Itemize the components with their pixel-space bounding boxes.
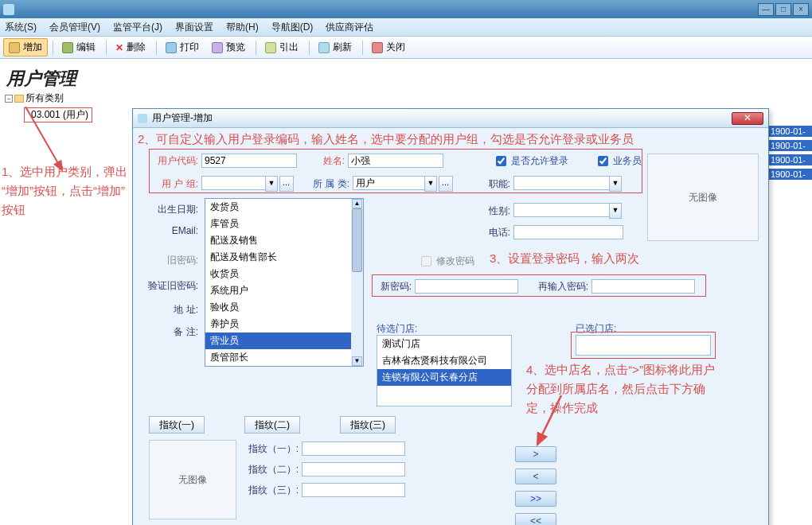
- fingerprint-2-button[interactable]: 指纹(二): [244, 416, 300, 434]
- option[interactable]: 验收员: [205, 299, 363, 316]
- collapse-icon[interactable]: −: [5, 95, 13, 103]
- category-browse[interactable]: …: [439, 176, 453, 192]
- allow-login-checkbox[interactable]: 是否允许登录: [493, 154, 568, 169]
- pending-store-list[interactable]: 测试门店 吉林省杰贤科技有限公司 连锁有限公司长春分店: [377, 335, 512, 406]
- edit-icon: [62, 42, 73, 53]
- scroll-up-icon[interactable]: ▲: [352, 199, 362, 208]
- add-icon: [9, 42, 20, 53]
- menu-system[interactable]: 系统(S): [5, 21, 37, 34]
- date-cell: 1900-01-: [768, 154, 812, 165]
- dialog-title: 用户管理-增加: [152, 111, 213, 125]
- list-item[interactable]: 吉林省杰贤科技有限公司: [377, 352, 511, 369]
- gender-combo[interactable]: [513, 203, 609, 217]
- user-group-dropdown[interactable]: 发货员 库管员 配送及销售 配送及销售部长 收货员 系统用户 验收员 养护员 营…: [205, 198, 364, 367]
- date-column: 1900-01- 1900-01- 1900-01- 1900-01-: [768, 122, 812, 183]
- annotation-1: 1、选中用户类别，弹出“增加”按钮，点击“增加”按钮: [2, 162, 133, 220]
- close-icon: [372, 42, 383, 53]
- position-combo[interactable]: [513, 176, 609, 190]
- option[interactable]: 发货员: [205, 199, 363, 216]
- annotation-2: 2、可自定义输入用户登录编码，输入姓名，选中要分配的用户组，勾选是否允许登录或业…: [138, 130, 634, 149]
- date-cell: 1900-01-: [768, 140, 812, 151]
- move-right-button[interactable]: >: [515, 446, 556, 462]
- close-button[interactable]: ×: [793, 3, 809, 16]
- date-cell: 1900-01-: [768, 126, 812, 137]
- fp3-input[interactable]: [302, 483, 405, 497]
- fp2-input[interactable]: [302, 462, 405, 476]
- chevron-down-icon[interactable]: ▼: [609, 176, 622, 192]
- menu-member[interactable]: 会员管理(V): [49, 21, 100, 34]
- option[interactable]: 配送及销售: [205, 232, 363, 249]
- tree-root-label: 所有类别: [25, 91, 64, 105]
- print-button[interactable]: 打印: [160, 38, 205, 56]
- salesman-checkbox[interactable]: 业务员: [595, 154, 642, 169]
- dialog-close-button[interactable]: ✕: [732, 112, 763, 125]
- chevron-down-icon[interactable]: ▼: [265, 176, 278, 192]
- label-fp2v: 指纹（二）:: [244, 463, 299, 476]
- export-icon: [265, 42, 276, 53]
- scrollbar[interactable]: ▲ ▼: [351, 199, 363, 366]
- list-item-selected[interactable]: 连锁有限公司长春分店: [377, 369, 511, 386]
- option[interactable]: 收货员: [205, 266, 363, 282]
- add-button[interactable]: 增加: [3, 38, 48, 56]
- preview-button[interactable]: 预览: [206, 38, 251, 56]
- option[interactable]: 系统用户: [205, 282, 363, 299]
- phone-input[interactable]: [513, 225, 623, 239]
- titlebar: — □ ×: [0, 0, 812, 18]
- option[interactable]: 养护员: [205, 316, 363, 332]
- option[interactable]: 配送及销售部长: [205, 249, 363, 266]
- folder-icon: [14, 95, 24, 103]
- annotation-frame-4: [571, 332, 716, 359]
- label-category: 所 属 类:: [310, 177, 349, 191]
- dialog-titlebar: 用户管理-增加 ✕: [133, 109, 768, 128]
- menu-platform[interactable]: 监管平台(J): [113, 21, 162, 34]
- restore-button[interactable]: □: [775, 3, 791, 16]
- list-item[interactable]: 测试门店: [377, 336, 511, 352]
- option-selected[interactable]: 营业员: [205, 332, 363, 349]
- user-group-browse[interactable]: …: [279, 176, 294, 192]
- content-area: 用户管理 − 所有类别 03.001 (用户): [0, 59, 812, 525]
- scroll-down-icon[interactable]: ▼: [352, 356, 362, 366]
- avatar-image-box: 无图像: [647, 154, 759, 241]
- export-button[interactable]: 引出: [260, 38, 304, 56]
- menu-nav[interactable]: 导航图(D): [271, 21, 314, 34]
- print-icon: [166, 42, 177, 53]
- category-combo[interactable]: [353, 176, 424, 190]
- fp1-input[interactable]: [302, 441, 405, 456]
- change-pwd-checkbox[interactable]: 修改密码: [418, 254, 474, 269]
- edit-button[interactable]: 编辑: [57, 38, 101, 56]
- page-title: 用户管理: [6, 67, 76, 91]
- option[interactable]: 库管员: [205, 216, 363, 232]
- app-icon: [3, 4, 14, 15]
- menu-ui[interactable]: 界面设置: [175, 21, 213, 34]
- label-email: EMail:: [154, 225, 198, 236]
- toolbar-close-button[interactable]: 关闭: [366, 38, 411, 56]
- add-user-dialog: 用户管理-增加 ✕ 2、可自定义输入用户登录编码，输入姓名，选中要分配的用户组，…: [132, 108, 769, 525]
- category-tree: − 所有类别 03.001 (用户): [5, 91, 132, 146]
- minimize-button[interactable]: —: [758, 3, 774, 16]
- chevron-down-icon[interactable]: ▼: [424, 176, 437, 192]
- delete-button[interactable]: ✕删除: [110, 38, 151, 56]
- menu-help[interactable]: 帮助(H): [226, 21, 259, 34]
- move-all-left-button[interactable]: <<: [515, 513, 556, 525]
- scroll-thumb[interactable]: [352, 208, 362, 272]
- preview-icon: [212, 42, 223, 53]
- chevron-down-icon[interactable]: ▼: [609, 203, 622, 219]
- label-remark: 备 注:: [154, 325, 198, 339]
- refresh-button[interactable]: 刷新: [313, 38, 357, 56]
- tree-child-node[interactable]: 03.001 (用户): [24, 107, 92, 122]
- tree-root-node[interactable]: − 所有类别: [5, 91, 132, 106]
- annotation-3: 3、设置登录密码，输入两次: [490, 249, 639, 268]
- delete-icon: ✕: [115, 42, 123, 53]
- label-phone: 电话:: [482, 226, 510, 239]
- user-code-input[interactable]: [201, 154, 297, 168]
- label-gender: 性别:: [482, 204, 510, 218]
- label-fp1v: 指纹（一）:: [244, 442, 299, 456]
- name-input[interactable]: [348, 154, 443, 168]
- option[interactable]: 质管部长: [205, 349, 363, 366]
- fingerprint-1-button[interactable]: 指纹(一): [149, 416, 205, 434]
- move-all-right-button[interactable]: >>: [515, 491, 556, 507]
- fingerprint-3-button[interactable]: 指纹(三): [340, 416, 396, 434]
- menu-supplier[interactable]: 供应商评估: [326, 21, 373, 34]
- move-left-button[interactable]: <: [515, 469, 556, 484]
- user-group-combo[interactable]: [201, 176, 265, 190]
